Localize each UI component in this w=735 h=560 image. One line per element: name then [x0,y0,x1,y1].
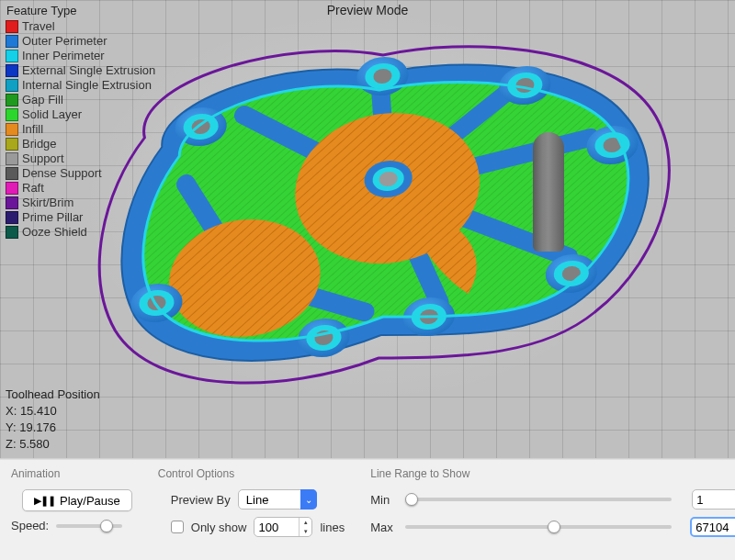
preview-by-select[interactable]: Line [238,489,317,510]
toolhead-y: Y: 19.176 [6,420,100,436]
min-label: Min [370,493,396,507]
control-options-group: Control Options Preview By Line ⌄ Only s… [158,467,345,551]
toolhead-position: Toolhead Position X: 15.410 Y: 19.176 Z:… [6,386,100,453]
legend-label: Skirt/Brim [22,196,74,210]
toolhead-title: Toolhead Position [6,386,100,403]
legend-row: Dense Support [6,166,155,181]
legend-swatch [6,123,18,136]
legend-title: Feature Type [6,4,155,18]
legend-swatch [6,108,18,121]
legend-label: Raft [22,181,44,196]
animation-group: Animation ▶❚❚ Play/Pause Speed: [11,467,132,551]
max-value-input[interactable]: ▴▾ [690,517,735,537]
legend-row: Bridge [6,137,155,151]
legend-swatch [6,211,18,224]
legend-swatch [6,50,18,62]
legend-row: Inner Perimeter [6,49,155,63]
legend-label: Solid Layer [22,107,82,122]
step-up-icon[interactable]: ▴ [300,518,311,527]
legend-label: Bridge [22,137,57,151]
only-show-checkbox[interactable] [171,521,184,533]
speed-label: Speed: [11,519,49,532]
max-label: Max [370,521,396,534]
legend-swatch [6,138,18,151]
animation-title: Animation [11,467,132,480]
play-pause-icon: ▶❚❚ [34,495,55,507]
legend-swatch [6,182,18,195]
legend-row: Skirt/Brim [6,196,155,210]
legend-label: External Single Extrusion [22,63,155,78]
legend-label: Gap Fill [22,93,63,107]
legend-row: Gap Fill [6,93,155,107]
only-show-label: Only show [191,521,247,534]
legend-swatch [6,64,18,77]
support-pillar [533,132,564,252]
legend-swatch [6,167,18,180]
preview-mode-title: Preview Mode [327,3,409,17]
legend-label: Internal Single Extrusion [22,78,152,93]
legend-row: Prime Pillar [6,210,155,225]
legend-row: Ooze Shield [6,225,155,240]
legend-row: Internal Single Extrusion [6,78,155,93]
legend-row: Travel [6,19,155,34]
play-pause-button[interactable]: ▶❚❚ Play/Pause [22,489,132,511]
max-slider[interactable] [405,525,672,529]
preview-by-label: Preview By [171,493,231,507]
control-options-title: Control Options [158,467,345,480]
legend-swatch [6,152,18,165]
legend-swatch [6,226,18,239]
control-panel: Animation ▶❚❚ Play/Pause Speed: Control … [0,459,735,560]
legend-label: Travel [22,19,55,34]
step-down-icon[interactable]: ▾ [300,527,311,536]
toolhead-z: Z: 5.580 [6,436,100,453]
legend-swatch [6,94,18,106]
legend-label: Support [22,151,64,166]
legend-swatch [6,35,18,48]
legend-label: Inner Perimeter [22,49,105,63]
legend-label: Outer Perimeter [22,34,107,49]
preview-viewport[interactable]: Preview Mode Feature Type TravelOuter Pe… [0,0,735,459]
legend-label: Prime Pillar [22,210,83,225]
legend-label: Infill [22,122,43,137]
only-show-count-input[interactable]: ▴▾ [254,517,312,537]
legend-swatch [6,196,18,209]
legend-row: Raft [6,181,155,196]
legend-row: Infill [6,122,155,137]
legend-row: External Single Extrusion [6,63,155,78]
feature-type-legend: Feature Type TravelOuter PerimeterInner … [6,4,155,240]
min-slider[interactable] [405,498,672,501]
toolhead-x: X: 15.410 [6,403,100,420]
model-preview [83,28,707,422]
legend-label: Dense Support [22,166,102,181]
min-value-input[interactable]: ▴▾ [692,489,735,510]
legend-label: Ooze Shield [22,225,87,240]
legend-row: Support [6,151,155,166]
line-range-title: Line Range to Show [370,467,735,480]
legend-row: Outer Perimeter [6,34,155,49]
legend-swatch [6,79,18,92]
legend-row: Solid Layer [6,107,155,122]
only-show-suffix: lines [320,521,345,534]
speed-slider[interactable] [56,524,122,528]
line-range-group: Line Range to Show Min ▴▾ Max ▴▾ [370,467,735,551]
legend-swatch [6,20,18,33]
